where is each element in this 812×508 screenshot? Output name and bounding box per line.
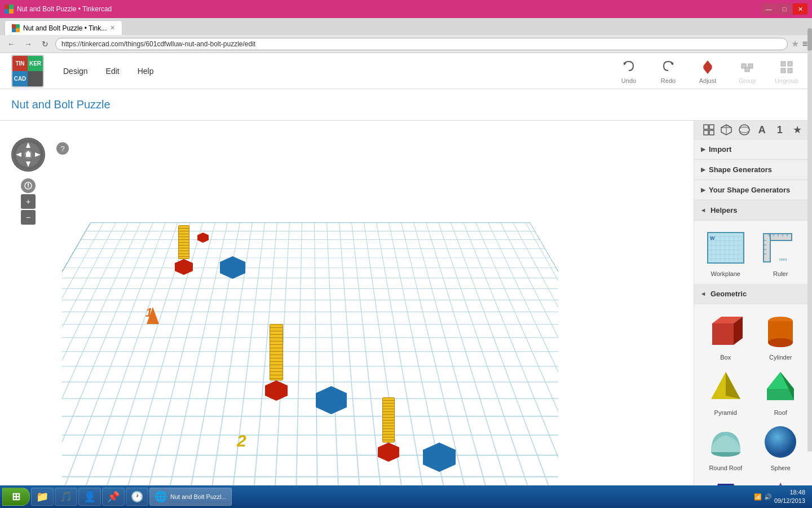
tab-close-button[interactable]: ✕ xyxy=(110,24,115,32)
maximize-button[interactable]: □ xyxy=(777,3,792,15)
helpers-section-header[interactable]: ▼ Helpers xyxy=(694,200,812,221)
your-shape-gen-label: Your Shape Generators xyxy=(709,186,790,194)
address-bar[interactable] xyxy=(55,38,788,50)
taskbar-user[interactable]: 👤 xyxy=(78,488,101,506)
roof-shape[interactable]: Roof xyxy=(756,366,806,416)
ungroup-button[interactable]: Ungroup xyxy=(773,58,801,84)
panel-icon-bar: A 1 ★ xyxy=(694,121,812,139)
bolt-1-coil xyxy=(178,225,189,259)
round-roof-shape[interactable]: Round Roof xyxy=(701,422,751,471)
sphere-shape[interactable]: Sphere xyxy=(756,422,806,471)
svg-rect-32 xyxy=(704,125,708,129)
sphere-view-icon[interactable] xyxy=(735,121,753,139)
zoom-controls: + − xyxy=(21,178,36,225)
svg-marker-8 xyxy=(623,63,626,65)
number-1-label: 1 xyxy=(145,305,152,320)
workplane-grid xyxy=(62,222,558,508)
forward-button[interactable]: → xyxy=(21,37,35,51)
toolbar: TIN KER CAD Design Edit Help Undo xyxy=(0,53,812,89)
undo-icon xyxy=(620,58,638,76)
svg-rect-34 xyxy=(704,130,708,135)
svg-rect-2 xyxy=(5,9,9,14)
helpers-grid: W Workplane xyxy=(701,227,805,277)
close-button[interactable]: ✕ xyxy=(793,3,807,15)
group-icon xyxy=(738,58,756,76)
bookmark-icon[interactable]: ★ xyxy=(791,38,799,49)
svg-rect-33 xyxy=(709,125,714,129)
geometric-section-header[interactable]: ▼ Geometric xyxy=(694,284,812,304)
favorites-icon[interactable]: ★ xyxy=(789,121,807,139)
svg-marker-9 xyxy=(670,63,674,65)
back-button[interactable]: ← xyxy=(5,37,18,51)
zoom-reset-button[interactable] xyxy=(21,178,36,193)
3d-box-icon[interactable] xyxy=(718,121,736,139)
round-roof-thumb xyxy=(705,422,746,462)
right-panel: A 1 ★ ▶ Import ▶ xyxy=(694,121,812,508)
taskbar-clock[interactable]: 🕐 xyxy=(126,488,148,506)
browser-chrome: Nut and Bolt Puzzle • Tink... ✕ ← → ↻ ★ … xyxy=(0,18,812,53)
sphere-thumb xyxy=(760,422,801,462)
undo-button[interactable]: Undo xyxy=(615,58,643,84)
shape-gen-label: Shape Generators xyxy=(709,165,772,174)
zoom-in-button[interactable]: + xyxy=(21,194,36,209)
redo-button[interactable]: Redo xyxy=(654,58,682,84)
titlebar-title: Nut and Bolt Puzzle • Tinkercad xyxy=(17,5,761,13)
grid-view-icon[interactable] xyxy=(700,121,718,139)
svg-rect-28 xyxy=(26,154,30,157)
taskbar-explorer[interactable]: 📁 xyxy=(31,488,54,506)
zoom-out-button[interactable]: − xyxy=(21,210,36,225)
adjust-icon xyxy=(699,58,717,76)
svg-text:mm: mm xyxy=(779,257,787,262)
geometric-arrow: ▼ xyxy=(700,291,707,297)
text-icon[interactable]: A xyxy=(753,121,771,139)
titlebar-favicon xyxy=(5,5,14,14)
minimize-button[interactable]: — xyxy=(761,3,776,15)
cylinder-label: Cylinder xyxy=(769,354,792,361)
bolt-2-coil xyxy=(270,324,283,380)
time-display: 18:48 xyxy=(774,488,805,497)
adjust-button[interactable]: Adjust xyxy=(694,58,722,84)
svg-rect-16 xyxy=(781,62,785,66)
svg-point-61 xyxy=(768,338,793,347)
sphere-label: Sphere xyxy=(771,465,791,471)
svg-rect-17 xyxy=(788,62,792,66)
svg-rect-35 xyxy=(709,130,714,135)
ruler-helper[interactable]: mm Ruler xyxy=(756,227,806,277)
menu-edit[interactable]: Edit xyxy=(98,63,127,79)
toolbar-actions: Undo Redo Adjust xyxy=(615,58,801,84)
import-arrow: ▶ xyxy=(701,146,705,153)
compass-control[interactable] xyxy=(11,138,45,172)
help-button[interactable]: ? xyxy=(56,142,69,155)
taskbar-pin[interactable]: 📌 xyxy=(102,488,125,506)
taskbar: ⊞ 📁 🎵 👤 📌 🕐 🌐 Nut and Bolt Puzzl... 📶 🔊 … xyxy=(0,485,812,508)
workplane-helper[interactable]: W Workplane xyxy=(701,227,751,277)
pyramid-thumb xyxy=(705,366,746,407)
start-button[interactable]: ⊞ xyxy=(2,488,30,506)
redo-icon xyxy=(659,58,677,76)
page-title-bar: Nut and Bolt Puzzle xyxy=(0,89,812,120)
logo-bl: CAD xyxy=(12,71,28,86)
your-shape-generators-section-header[interactable]: ▶ Your Shape Generators xyxy=(694,180,812,200)
group-button[interactable]: Group xyxy=(733,58,761,84)
refresh-button[interactable]: ↻ xyxy=(38,37,52,51)
ungroup-label: Ungroup xyxy=(775,77,798,84)
shape-generators-section-header[interactable]: ▶ Shape Generators xyxy=(694,160,812,180)
nav-bar: ← → ↻ ★ ≡ xyxy=(0,35,812,53)
menu-help[interactable]: Help xyxy=(130,63,162,79)
menu-icon[interactable]: ≡ xyxy=(802,39,807,49)
menu-design[interactable]: Design xyxy=(55,63,96,79)
pyramid-shape[interactable]: Pyramid xyxy=(701,366,751,416)
active-tab[interactable]: Nut and Bolt Puzzle • Tink... ✕ xyxy=(5,20,122,35)
svg-rect-15 xyxy=(745,67,749,72)
taskbar-chrome[interactable]: 🌐 Nut and Bolt Puzzl... xyxy=(149,488,232,506)
logo-br xyxy=(28,71,43,86)
grid-lines xyxy=(62,223,558,508)
taskbar-media[interactable]: 🎵 xyxy=(55,488,77,506)
roof-label: Roof xyxy=(774,409,787,416)
viewport[interactable]: 1 2 3 Wo xyxy=(0,121,694,508)
cylinder-shape[interactable]: Cylinder xyxy=(756,311,806,361)
tinkercad-logo: TIN KER CAD xyxy=(11,55,44,87)
import-section-header[interactable]: ▶ Import xyxy=(694,139,812,160)
number-icon[interactable]: 1 xyxy=(771,121,789,139)
box-shape[interactable]: Box xyxy=(701,311,751,361)
